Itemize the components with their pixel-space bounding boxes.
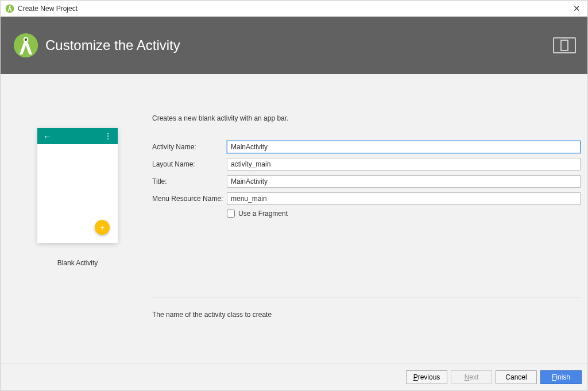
back-arrow-icon: ←: [43, 131, 52, 141]
main-content: ← ⋮ + Blank Activity Creates a new blank…: [1, 74, 587, 363]
form-area: Creates a new blank activity with an app…: [152, 114, 581, 218]
menu-resource-input[interactable]: [227, 192, 581, 205]
fab-icon: +: [95, 220, 110, 235]
svg-point-0: [6, 4, 14, 13]
use-fragment-checkbox[interactable]: [227, 210, 235, 218]
android-studio-logo: [13, 33, 38, 58]
wizard-footer: Previous Next Cancel Finish: [1, 363, 587, 390]
android-studio-icon: [5, 4, 14, 13]
close-icon[interactable]: ✕: [571, 3, 583, 14]
svg-point-1: [9, 6, 11, 7]
activity-name-input[interactable]: [227, 141, 581, 153]
window-title: Create New Project: [18, 5, 571, 13]
finish-button[interactable]: Finish: [540, 370, 582, 384]
menu-resource-label: Menu Resource Name:: [152, 195, 227, 203]
mockup-appbar: ← ⋮: [37, 128, 118, 144]
layout-name-input[interactable]: [227, 158, 581, 171]
separator: [152, 297, 581, 297]
use-fragment-label: Use a Fragment: [238, 210, 288, 218]
template-preview: ← ⋮ + Blank Activity: [37, 128, 118, 267]
layout-name-label: Layout Name:: [152, 160, 227, 168]
overflow-menu-icon: ⋮: [104, 131, 112, 141]
template-name: Blank Activity: [37, 259, 118, 267]
template-description: Creates a new blank activity with an app…: [152, 114, 581, 122]
activity-name-label: Activity Name:: [152, 143, 227, 151]
device-icon: [553, 37, 576, 53]
title-input[interactable]: [227, 175, 581, 188]
wizard-header: Customize the Activity: [1, 17, 587, 74]
svg-point-4: [25, 38, 27, 41]
next-button: Next: [451, 370, 492, 384]
cancel-button[interactable]: Cancel: [496, 370, 537, 384]
phone-mockup: ← ⋮ +: [37, 128, 118, 243]
page-title: Customize the Activity: [45, 37, 180, 53]
titlebar: Create New Project ✕: [1, 1, 587, 17]
title-label: Title:: [152, 177, 227, 185]
field-hint: The name of the activity class to create: [152, 311, 272, 319]
previous-button[interactable]: Previous: [406, 370, 447, 384]
